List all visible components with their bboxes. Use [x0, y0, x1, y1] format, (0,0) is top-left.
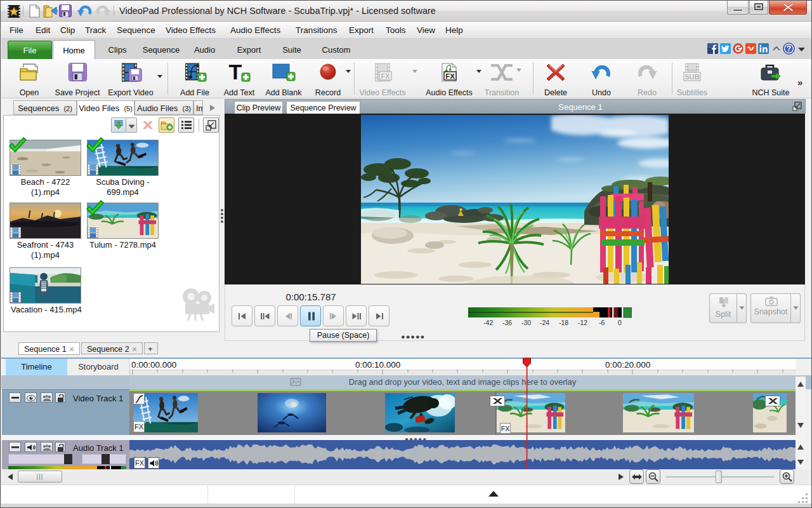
svg-text:FX: FX [381, 72, 390, 80]
svg-text:?: ? [787, 44, 791, 53]
svg-text:SUB: SUB [684, 73, 699, 81]
svg-text:T: T [229, 63, 242, 82]
svg-text:FX: FX [445, 72, 455, 80]
